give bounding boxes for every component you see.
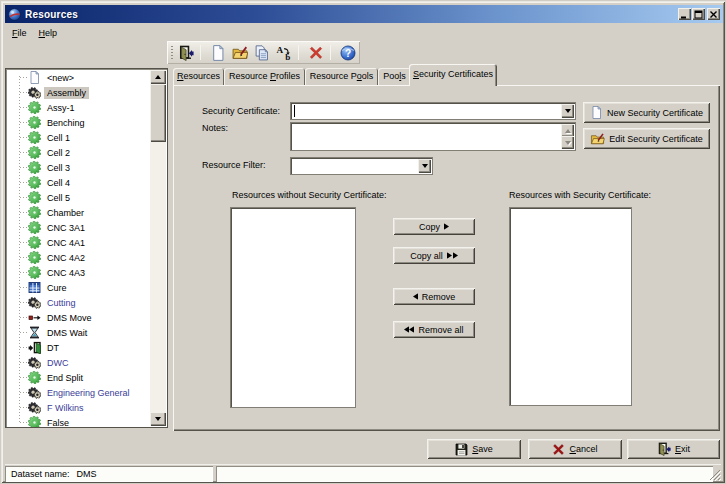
tree-item[interactable]: End Split — [7, 370, 150, 385]
security-certificate-combobox[interactable] — [290, 102, 576, 120]
green-gear-icon — [28, 131, 41, 144]
menu-file[interactable]: File — [6, 26, 33, 40]
tab-security-certificates[interactable]: Security Certificates — [409, 64, 497, 86]
notes-textarea[interactable] — [290, 122, 576, 151]
tree-item[interactable]: CNC 4A1 — [7, 235, 150, 250]
resource-filter-dropdown-button[interactable] — [418, 159, 431, 173]
toolbar-button[interactable] — [230, 43, 249, 62]
tree-item-label: Cell 1 — [44, 132, 73, 144]
menu-help[interactable]: Help — [33, 26, 64, 40]
machine-cogs-icon — [28, 386, 41, 399]
copy-all-button[interactable]: Copy all — [393, 247, 475, 264]
hourglass-icon — [28, 326, 41, 339]
scroll-down-icon — [565, 141, 571, 145]
toolbar-button[interactable] — [338, 43, 357, 62]
tree-item[interactable]: Cell 3 — [7, 160, 150, 175]
cancel-button[interactable]: Cancel — [528, 439, 622, 459]
save-button[interactable]: Save — [427, 439, 521, 459]
tree-item-label: Cell 4 — [44, 177, 73, 189]
tree-item-label: CNC 4A1 — [44, 237, 88, 249]
tab-resource-pools[interactable]: Resource Pools — [305, 68, 378, 86]
resource-tree[interactable]: <new> Assembly Assy-1 Benchin — [5, 68, 168, 428]
tree-item-label: Cell 3 — [44, 162, 73, 174]
close-button[interactable] — [707, 8, 720, 20]
toolbar-button[interactable] — [306, 43, 325, 62]
resource-filter-combobox[interactable] — [290, 157, 433, 175]
tree-item[interactable]: DWC — [7, 355, 150, 370]
notes-scroll-down-button[interactable] — [561, 136, 574, 149]
tree-item[interactable]: DMS Wait — [7, 325, 150, 340]
toolbar-button[interactable] — [252, 43, 271, 62]
remove-button[interactable]: Remove — [393, 288, 475, 305]
remove-all-button[interactable]: Remove all — [393, 321, 475, 338]
tree-item[interactable]: CNC 4A2 — [7, 250, 150, 265]
green-gear-icon — [28, 266, 41, 279]
exit-button[interactable]: Exit — [627, 439, 720, 459]
copy-button[interactable]: Copy — [393, 218, 475, 235]
tree-item-label: Cell 5 — [44, 192, 73, 204]
dataset-name-value: DMS — [77, 469, 97, 479]
tree-item[interactable]: <new> — [7, 70, 150, 85]
title-bar: Resources — [5, 5, 723, 23]
minimize-button[interactable] — [678, 8, 691, 20]
dataset-name-label: Dataset name: — [11, 469, 70, 479]
tree-item[interactable]: Engineering General — [7, 385, 150, 400]
tree-item[interactable]: Assembly — [7, 85, 150, 100]
tab-pools[interactable]: Pools — [378, 68, 411, 86]
tree-item[interactable]: Benching — [7, 115, 150, 130]
tree-item[interactable]: Cell 2 — [7, 145, 150, 160]
tab-resources[interactable]: Resources — [173, 68, 224, 86]
tree-item-label: DWC — [44, 357, 72, 369]
resources-window: Resources File Help — [0, 0, 726, 484]
right-arrow-icon — [447, 252, 452, 259]
tree-item[interactable]: Cell 5 — [7, 190, 150, 205]
tab-resource-profiles[interactable]: Resource Profiles — [224, 68, 305, 86]
toolbar-separator — [200, 45, 201, 60]
move-arrow-icon — [28, 311, 41, 324]
tree-item[interactable]: Cutting — [7, 295, 150, 310]
toolbar-button[interactable] — [176, 43, 195, 62]
tree-item-label: Benching — [44, 117, 88, 129]
empty-status-pane — [216, 466, 713, 482]
tree-item-label: DMS Move — [44, 312, 95, 324]
tree-scroll-down-button[interactable] — [150, 412, 166, 426]
resize-grip[interactable] — [708, 468, 721, 481]
tree-item[interactable]: Assy-1 — [7, 100, 150, 115]
tree-item[interactable]: Cell 1 — [7, 130, 150, 145]
tree-scroll-up-button[interactable] — [150, 70, 166, 84]
green-gear-icon — [28, 191, 41, 204]
resources-without-certificate-listbox[interactable] — [230, 207, 356, 408]
notes-label: Notes: — [202, 123, 228, 133]
resources-with-certificate-listbox[interactable] — [509, 207, 632, 406]
scroll-up-icon — [565, 129, 571, 133]
tree-item[interactable]: Cure — [7, 280, 150, 295]
tree-item[interactable]: CNC 3A1 — [7, 220, 150, 235]
tree-item[interactable]: Chamber — [7, 205, 150, 220]
tree-item[interactable]: DT — [7, 340, 150, 355]
tree-item[interactable]: Cell 4 — [7, 175, 150, 190]
tree-item[interactable]: DMS Move — [7, 310, 150, 325]
tree-item[interactable]: False — [7, 415, 150, 428]
exit-door-icon — [178, 45, 194, 61]
new-security-certificate-button[interactable]: New Security Certificate — [583, 102, 710, 123]
edit-security-certificate-button[interactable]: Edit Security Certificate — [583, 128, 710, 149]
toolbar-separator — [298, 45, 299, 60]
toolbar-button[interactable] — [208, 43, 227, 62]
green-gear-icon — [28, 101, 41, 114]
help-globe-icon — [340, 45, 356, 61]
scroll-down-icon — [155, 417, 161, 421]
copy-icon — [254, 45, 270, 61]
tree-item[interactable]: CNC 4A3 — [7, 265, 150, 280]
resources-without-certificate-label: Resources without Security Certificate: — [232, 190, 387, 200]
tree-scrollbar-thumb[interactable] — [150, 84, 166, 142]
notes-scrollbar[interactable] — [561, 124, 574, 149]
maximize-button[interactable] — [692, 8, 705, 20]
tree-item-label: Cure — [44, 282, 70, 294]
toolbar-button[interactable] — [274, 43, 293, 62]
tree-item-label: <new> — [44, 72, 77, 84]
tree-scrollbar[interactable] — [150, 70, 166, 426]
tree-item-label: DMS Wait — [44, 327, 90, 339]
close-icon — [709, 10, 718, 19]
tree-item[interactable]: F Wilkins — [7, 400, 150, 415]
security-certificate-dropdown-button[interactable] — [561, 104, 574, 118]
